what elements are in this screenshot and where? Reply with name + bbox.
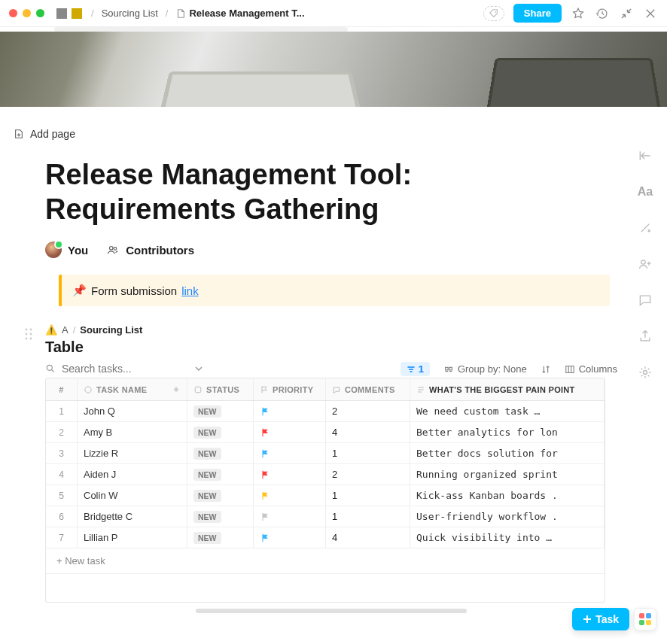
- window-close-icon[interactable]: [9, 9, 17, 17]
- table-row[interactable]: 7Lillian PNEW4Quick visibility into …: [46, 527, 605, 548]
- history-icon: [595, 7, 609, 20]
- outdent-button[interactable]: [637, 147, 653, 164]
- cell-status[interactable]: NEW: [187, 401, 254, 421]
- table-breadcrumb[interactable]: ⚠️ A / Sourcing List: [45, 324, 617, 336]
- col-header-priority[interactable]: PRIORITY: [254, 378, 326, 400]
- status-badge: NEW: [193, 427, 221, 439]
- cell-comments[interactable]: 4: [326, 527, 410, 548]
- breadcrumb-root[interactable]: [56, 8, 84, 19]
- cell-priority[interactable]: [254, 527, 326, 548]
- collapse-button[interactable]: [619, 6, 634, 21]
- people-button[interactable]: [637, 256, 653, 272]
- cell-task-name[interactable]: Bridgette C: [78, 506, 187, 527]
- columns-icon: [565, 364, 575, 375]
- cell-comments[interactable]: 1: [326, 485, 410, 506]
- window-zoom-icon[interactable]: [36, 9, 44, 17]
- pin-icon[interactable]: [172, 385, 181, 394]
- tag-icon: [489, 8, 499, 19]
- page-title[interactable]: Release Management Tool: Requirements Ga…: [45, 158, 572, 226]
- settings-button[interactable]: [637, 364, 653, 381]
- cell-status[interactable]: NEW: [187, 443, 254, 463]
- cell-task-name[interactable]: John Q: [78, 401, 187, 421]
- chevron-down-icon[interactable]: [194, 364, 203, 373]
- cell-task-name[interactable]: Lillian P: [78, 527, 187, 548]
- close-button[interactable]: [643, 6, 658, 21]
- cell-task-name[interactable]: Amy B: [78, 422, 187, 442]
- favorite-button[interactable]: [571, 6, 586, 21]
- cell-pain-point[interactable]: Running organized sprint: [410, 464, 605, 485]
- contributors-label: Contributors: [126, 244, 194, 257]
- export-button[interactable]: [637, 328, 653, 345]
- col-header-pain[interactable]: WHAT'S THE BIGGEST PAIN POINT: [410, 378, 605, 400]
- cell-pain-point[interactable]: We need custom task …: [410, 401, 605, 421]
- ai-button[interactable]: [637, 220, 653, 236]
- cell-pain-point[interactable]: User-friendly workflow .: [410, 506, 605, 527]
- cell-priority[interactable]: [254, 464, 326, 485]
- cell-task-name[interactable]: Aiden J: [78, 464, 187, 485]
- callout-block[interactable]: 📌 Form submission link: [59, 275, 610, 306]
- cell-pain-point[interactable]: Better docs solution for: [410, 443, 605, 463]
- breadcrumb-parent[interactable]: Sourcing List: [102, 8, 158, 19]
- drag-handle[interactable]: [24, 327, 33, 344]
- search-input[interactable]: [60, 362, 173, 375]
- cell-priority[interactable]: [254, 443, 326, 463]
- cell-status[interactable]: NEW: [187, 527, 254, 548]
- share-button[interactable]: Share: [513, 4, 562, 23]
- table-row[interactable]: 4Aiden JNEW2Running organized sprint: [46, 464, 605, 485]
- columns-button[interactable]: Columns: [565, 363, 617, 375]
- cell-status[interactable]: NEW: [187, 506, 254, 527]
- cover-image[interactable]: [0, 32, 667, 107]
- priority-flag-icon: [260, 469, 270, 480]
- cell-status[interactable]: NEW: [187, 485, 254, 506]
- cell-task-name[interactable]: Lizzie R: [78, 443, 187, 463]
- contributors-button[interactable]: Contributors: [106, 243, 194, 257]
- col-header-number[interactable]: #: [46, 378, 78, 400]
- breadcrumb-current[interactable]: Release Management T...: [175, 8, 304, 19]
- create-task-fab[interactable]: Task: [572, 608, 629, 630]
- cell-comments[interactable]: 2: [326, 401, 410, 421]
- table-title[interactable]: Table: [45, 339, 617, 356]
- filter-icon: [407, 365, 416, 374]
- cell-comments[interactable]: 4: [326, 422, 410, 442]
- groupby-button[interactable]: Group by: None: [443, 363, 527, 375]
- author-you[interactable]: You: [45, 242, 88, 258]
- cell-priority[interactable]: [254, 401, 326, 421]
- cell-comments[interactable]: 1: [326, 506, 410, 527]
- table-row[interactable]: 5Colin WNEW1Kick-ass Kanban boards .: [46, 485, 605, 506]
- cell-status[interactable]: NEW: [187, 422, 254, 442]
- cell-priority[interactable]: [254, 506, 326, 527]
- callout-link[interactable]: link: [181, 284, 199, 297]
- cell-status[interactable]: NEW: [187, 464, 254, 485]
- typography-button[interactable]: Aa: [637, 184, 653, 200]
- table-row[interactable]: 3Lizzie RNEW1Better docs solution for: [46, 443, 605, 464]
- tags-pill[interactable]: [483, 6, 504, 21]
- add-page-button[interactable]: Add page: [14, 128, 617, 140]
- comments-button[interactable]: [637, 292, 653, 308]
- window-minimize-icon[interactable]: [23, 9, 31, 17]
- cell-comments[interactable]: 2: [326, 464, 410, 485]
- window-controls: [9, 9, 44, 17]
- new-task-row[interactable]: + New task: [46, 548, 605, 573]
- svg-point-1: [641, 260, 645, 264]
- col-header-status[interactable]: STATUS: [187, 378, 254, 400]
- col-header-name[interactable]: TASK NAME: [78, 378, 187, 400]
- filter-button[interactable]: 1: [401, 362, 430, 376]
- top-bar: / Sourcing List / Release Management T..…: [0, 0, 667, 27]
- warning-icon: ⚠️: [45, 324, 57, 336]
- cell-pain-point[interactable]: Quick visibility into …: [410, 527, 605, 548]
- table-row[interactable]: 1John QNEW2We need custom task …: [46, 401, 605, 422]
- cell-pain-point[interactable]: Better analytics for lon: [410, 422, 605, 442]
- cell-priority[interactable]: [254, 485, 326, 506]
- cell-task-name[interactable]: Colin W: [78, 485, 187, 506]
- col-header-comments[interactable]: COMMENTS: [326, 378, 410, 400]
- search-tasks[interactable]: [45, 362, 188, 375]
- table-row[interactable]: 6Bridgette CNEW1User-friendly workflow .: [46, 506, 605, 527]
- table-horizontal-scrollbar[interactable]: [196, 609, 467, 613]
- cell-comments[interactable]: 1: [326, 443, 410, 463]
- table-row[interactable]: 2Amy BNEW4Better analytics for lon: [46, 422, 605, 443]
- history-button[interactable]: [595, 6, 610, 21]
- sort-button[interactable]: [541, 364, 551, 375]
- cell-priority[interactable]: [254, 422, 326, 442]
- apps-fab[interactable]: [634, 608, 656, 630]
- cell-pain-point[interactable]: Kick-ass Kanban boards .: [410, 485, 605, 506]
